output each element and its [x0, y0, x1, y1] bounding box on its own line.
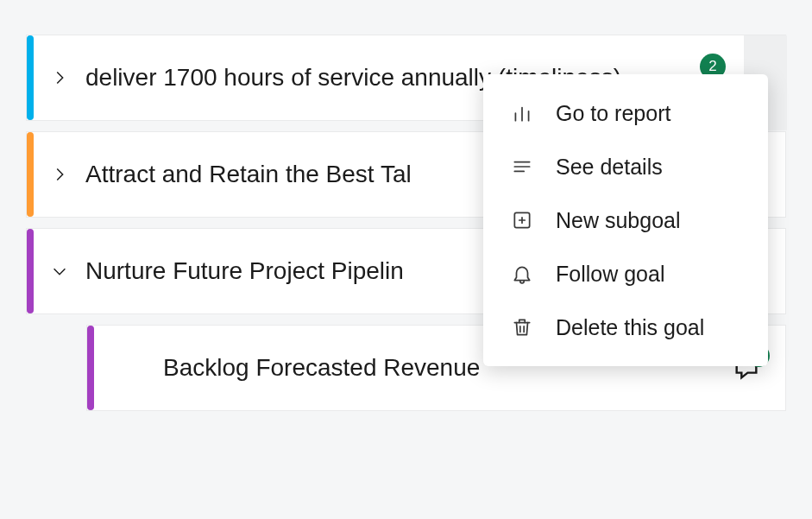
bar-chart-icon — [509, 100, 535, 126]
expand-toggle[interactable] — [34, 68, 85, 87]
expand-toggle[interactable] — [34, 165, 85, 184]
status-stripe — [27, 132, 34, 217]
chevron-right-icon — [50, 68, 69, 87]
menu-label: Follow goal — [556, 262, 664, 287]
expand-toggle[interactable] — [34, 262, 85, 281]
trash-icon — [509, 314, 535, 340]
status-stripe — [87, 326, 94, 410]
plus-square-icon — [509, 207, 535, 233]
status-stripe — [27, 229, 34, 313]
menu-label: See details — [556, 155, 663, 180]
status-stripe — [27, 35, 34, 120]
list-icon — [509, 154, 535, 180]
menu-go-to-report[interactable]: Go to report — [483, 86, 768, 140]
menu-see-details[interactable]: See details — [483, 140, 768, 193]
menu-label: New subgoal — [556, 208, 681, 233]
menu-label: Delete this goal — [556, 315, 704, 340]
chevron-down-icon — [50, 262, 69, 281]
chevron-right-icon — [50, 165, 69, 184]
menu-delete-goal[interactable]: Delete this goal — [483, 301, 768, 354]
menu-label: Go to report — [556, 101, 670, 126]
menu-new-subgoal[interactable]: New subgoal — [483, 193, 768, 247]
goal-context-menu: Go to report See details New subgoal Fol… — [483, 74, 768, 366]
bell-icon — [509, 261, 535, 287]
menu-follow-goal[interactable]: Follow goal — [483, 247, 768, 301]
